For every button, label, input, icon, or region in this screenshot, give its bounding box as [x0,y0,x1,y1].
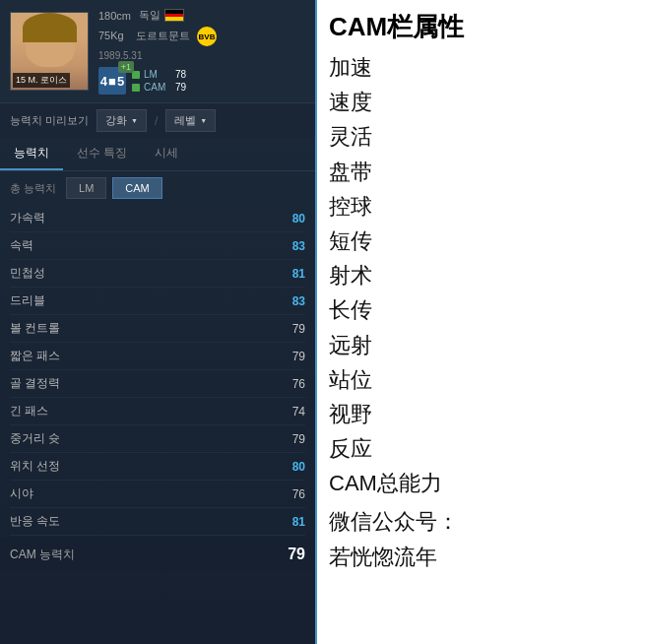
player-nationality: 독일 [139,8,184,23]
player-info: 180cm 독일 75Kg 도르트문트 BVB 1989.5.31 4 [98,8,305,95]
stat-total-row: CAM 능력치 79 [0,538,315,571]
stat-row: 가속력80 [10,205,305,232]
controls-row: 능력치 미리보기 강화 / 레벨 [0,103,315,138]
right-item: 短传 [329,224,633,258]
stat-name: 짧은 패스 [10,348,60,364]
green-dot-cam [132,84,140,92]
total-stat-label: CAM 능력치 [10,547,75,563]
stat-row: 반응 속도81 [10,508,305,536]
left-panel: 15 M. 로이스 180cm 독일 75Kg 도르트문트 BVB 1989.5… [0,0,315,644]
right-item: 加速 [329,50,633,85]
right-item: 反应 [329,431,633,466]
sub-tab-cam[interactable]: CAM [112,177,161,199]
stat-name: 골 결정력 [10,375,60,392]
right-items-list: 加速速度灵活盘带控球短传射术长传远射站位视野反应CAM总能力 [329,50,633,500]
stats-list: 가속력80속력83민첩성81드리블83볼 컨트롤79짧은 패스79골 결정력76… [0,205,315,536]
player-header: 15 M. 로이스 180cm 독일 75Kg 도르트문트 BVB 1989.5… [0,0,315,103]
stat-name: 속력 [10,237,33,254]
stat-value: 76 [278,487,305,501]
player-stats-top: 180cm 독일 [98,8,305,23]
stat-row: 속력83 [10,232,305,260]
total-label: 총 능력치 [10,181,56,196]
preview-label: 능력치 미리보기 [10,113,89,128]
pos-lm: LM 78 [132,69,186,80]
pos-cam: CAM 79 [132,82,186,93]
stat-row: 중거리 슛79 [10,425,305,453]
stat-name: 중거리 슛 [10,430,60,447]
flag-icon [164,9,184,22]
stat-value: 81 [278,515,305,529]
main-tabs: 능력치 선수 특징 시세 [0,138,315,171]
stat-row: 짧은 패스79 [10,343,305,370]
tab-market[interactable]: 시세 [141,138,192,170]
right-panel-content: CAM栏属性 加速速度灵活盘带控球短传射术长传远射站位视野反应CAM总能力 微信… [329,8,633,574]
stat-name: 위치 선정 [10,458,60,475]
right-panel: CAM栏属性 加速速度灵活盘带控球短传射术长传远射站位视野反应CAM总能力 微信… [315,0,645,644]
pos-rating-group: LM 78 CAM 79 [132,69,186,93]
sub-tab-lm[interactable]: LM [66,177,106,199]
stat-row: 볼 컨트롤79 [10,315,305,343]
stat-name: 반응 속도 [10,513,60,530]
right-item: 长传 [329,292,633,327]
divider: / [155,114,158,128]
right-item: 远射 [329,328,633,362]
stat-value: 81 [278,267,305,281]
right-item: 站位 [329,362,633,397]
right-item: 盘带 [329,155,633,189]
stat-name: 민첩성 [10,265,45,282]
right-item: 视野 [329,397,633,431]
club-name: 도르트문트 [136,30,190,41]
right-title: CAM栏属性 [329,8,633,46]
stat-value: 80 [278,460,305,474]
tab-player-traits[interactable]: 선수 특징 [63,138,141,170]
tab-abilities[interactable]: 능력치 [0,138,63,170]
right-item: 控球 [329,189,633,224]
stat-value: 83 [278,294,305,308]
stat-value: 79 [278,322,305,336]
stat-row: 드리블83 [10,288,305,315]
right-item: 射术 [329,258,633,292]
stat-name: 드리블 [10,292,45,309]
player-birthdate: 1989.5.31 [98,50,143,61]
reinforce-dropdown[interactable]: 강화 [97,109,147,132]
player-number: 15 M. 로이스 [13,73,70,88]
nationality-label: 독일 [139,8,161,23]
stat-row: 골 결정력76 [10,370,305,398]
right-item: CAM总能力 [329,466,633,500]
stat-name: 시야 [10,485,33,502]
player-photo: 15 M. 로이스 [10,12,89,91]
stat-row: 시야76 [10,481,305,508]
stat-value: 79 [278,432,305,446]
stat-name: 긴 패스 [10,403,48,419]
plus-badge: +1 [118,61,134,73]
stat-value: 76 [278,377,305,391]
total-stat-value: 79 [288,546,305,563]
stat-value: 80 [278,212,305,225]
right-footer: 微信公众号：若恍惚流年 [329,504,633,573]
stat-name: 가속력 [10,210,45,226]
right-item: 灵活 [329,119,633,154]
stat-row: 민첩성81 [10,260,305,288]
player-weight: 75Kg [98,30,124,41]
stat-row: 긴 패스74 [10,398,305,425]
stat-value: 79 [278,350,305,363]
position-ratings: 4 ■ 5 +1 LM 78 CAM 79 [98,67,305,95]
right-item: 速度 [329,85,633,119]
stat-row: 위치 선정80 [10,453,305,481]
club-icon: BVB [197,27,217,46]
sub-tabs-row: 총 능력치 LM CAM [0,171,315,205]
stat-name: 볼 컨트롤 [10,320,60,337]
stat-value: 74 [278,405,305,419]
stat-value: 83 [278,239,305,253]
player-height: 180cm [98,10,131,22]
level-dropdown[interactable]: 레벨 [165,109,216,132]
